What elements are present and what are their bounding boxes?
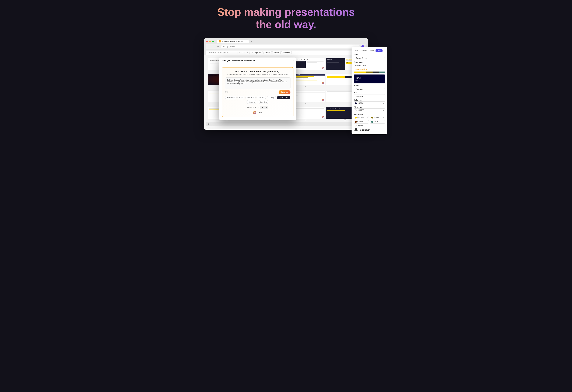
toolbar-search[interactable] <box>208 51 238 54</box>
slide-num-label-15: 15 <box>305 119 306 121</box>
design-panel: Insert Rewrite Remix Design Theme Midnig… <box>351 47 387 134</box>
tag-boarddeck[interactable]: Board deck <box>225 96 237 99</box>
brand-color-value-1: #FFD700 <box>357 117 364 118</box>
generate-ai-label: Generate with AI <box>355 68 367 70</box>
presentation-textarea[interactable]: Build a slide deck for an online course … <box>225 78 290 89</box>
cs-yellow <box>354 71 366 73</box>
heading-font-label: Heading <box>354 85 385 87</box>
generate-button[interactable]: Generate <box>279 90 290 94</box>
modal-inner-border: What kind of presentation are you making… <box>222 67 293 117</box>
hero-line2: the old way. <box>256 18 316 30</box>
tag-education[interactable]: Education <box>247 100 257 104</box>
new-tab-btn[interactable]: + <box>251 40 252 43</box>
slide-num-ops: 12 <box>305 102 306 104</box>
plus-badge-ops: + <box>322 99 324 101</box>
body-font-select[interactable]: Inconsolata <box>354 94 385 98</box>
tag-onlinecourse[interactable]: Online Course <box>277 96 290 99</box>
toolbar-add-btn[interactable]: +▾ <box>238 51 241 54</box>
tab-insert[interactable]: Insert <box>354 49 360 52</box>
generate-ai-btn[interactable]: ✦ Generate with AI <box>354 68 385 70</box>
slides-bottom-controls: ⊞ − 🔍 + <box>206 122 366 126</box>
grid-view-icon[interactable]: ⊞ <box>208 123 209 125</box>
slide-num-cbi: 8 <box>305 85 306 87</box>
plus-brand: Plus <box>257 111 262 114</box>
cs-teal <box>379 71 385 73</box>
brand-color-3[interactable]: #733000 ▾ <box>354 120 369 124</box>
tag-deepdive[interactable]: Deep Dive <box>258 100 269 104</box>
color-strip <box>354 71 385 73</box>
maximize-dot[interactable] <box>212 41 214 42</box>
primary-text-swatch <box>355 109 357 111</box>
primary-text-chevron: ▾ <box>383 109 384 111</box>
logo-text: logoipsum <box>360 129 370 131</box>
refresh-btn[interactable]: ↻ <box>217 45 220 48</box>
tab-design[interactable]: Design <box>376 49 382 52</box>
brand-color-2[interactable]: #877207 ▾ <box>370 116 385 119</box>
primary-text-picker[interactable]: #FFFFFF ▾ <box>354 109 385 112</box>
background-btn[interactable]: Background <box>251 51 263 54</box>
forward-btn[interactable]: → <box>212 45 215 48</box>
theme-select[interactable]: Midnight Cowboy <box>354 56 385 60</box>
theme-btn[interactable]: Theme <box>272 51 281 54</box>
layout-btn[interactable]: Layout <box>264 51 272 54</box>
transition-btn[interactable]: Transition <box>281 51 292 54</box>
primary-text-color-value: #FFFFFF <box>358 109 364 111</box>
toolbar-row: +▾ ↩ ↪ 🖨 Background Layout Theme Transit… <box>206 50 366 55</box>
background-label: Background <box>354 99 385 101</box>
brand-swatch-1 <box>355 117 357 119</box>
modal-body: What kind of presentation are you making… <box>219 64 296 120</box>
tag-webinar[interactable]: Webinar <box>256 96 266 99</box>
tab-remix[interactable]: Remix <box>368 49 375 52</box>
theme-name-label: Theme Name <box>354 61 385 63</box>
toolbar-redo[interactable]: ↪ <box>244 52 246 53</box>
modal-title: Build your presentation with Plus AI <box>222 60 255 62</box>
back-btn[interactable]: ← <box>208 45 211 48</box>
background-color-value: #000033 <box>358 102 364 104</box>
brand-color-1[interactable]: #FFD700 ▾ <box>354 116 369 119</box>
brand-color-4[interactable]: #458377 ▾ <box>370 120 385 124</box>
modal-logo-area: ⊕ Plus <box>225 111 290 114</box>
hero-section: Stop making presentations the old way. <box>217 6 355 31</box>
theme-label: Theme <box>354 54 385 55</box>
background-swatch <box>355 102 357 104</box>
hero-line1: Stop making presentations <box>217 6 355 18</box>
logo-icon <box>354 128 358 132</box>
slide-num-label-4: 4 <box>345 68 345 69</box>
modal-close-btn[interactable]: × <box>292 60 294 62</box>
browser-nav: ← → ↻ docs.google.com <box>206 44 366 49</box>
plus-badge-15: + <box>322 116 324 118</box>
tag-allhands[interactable]: All Hands <box>245 96 256 99</box>
tag-training[interactable]: Training <box>267 96 276 99</box>
browser-tab[interactable]: Plus AI for Google Slides - Go... × <box>217 40 249 43</box>
slides-count-select[interactable]: 10 ▾ <box>260 106 268 109</box>
plus-badge-cbi: + <box>322 82 324 84</box>
address-bar[interactable]: docs.google.com <box>221 45 360 48</box>
brand-color-value-3: #733000 <box>357 121 363 123</box>
brand-color-value-2: #877207 <box>374 117 379 118</box>
menu-search-input[interactable] <box>208 51 238 54</box>
close-dot[interactable] <box>206 41 208 42</box>
modal-question: What kind of presentation are you making… <box>225 70 290 73</box>
body-preview-text: Body <box>355 80 383 81</box>
body-font-label: Body <box>354 92 385 94</box>
tag-qbr[interactable]: QBR <box>238 96 245 99</box>
toolbar-print[interactable]: 🖨 <box>246 52 248 53</box>
plus-badge-3: + <box>322 66 324 69</box>
modal-header: Build your presentation with Plus AI × <box>219 58 296 64</box>
tab-rewrite[interactable]: Rewrite <box>360 49 368 52</box>
slides-count-label: Number of slides <box>247 107 258 108</box>
tab-close-btn[interactable]: × <box>246 41 247 42</box>
minimize-dot[interactable] <box>209 41 211 42</box>
svg-rect-0 <box>355 129 357 130</box>
brand-swatch-4 <box>371 121 373 123</box>
build-presentation-modal: Build your presentation with Plus AI × W… <box>219 58 296 120</box>
char-count: 4812 <box>225 91 228 93</box>
modal-subtitle: Type a concise description of your prese… <box>225 74 290 75</box>
theme-name-input[interactable] <box>354 64 385 67</box>
title-preview: Title Body <box>354 75 385 83</box>
toolbar-undo[interactable]: ↩ <box>241 52 243 53</box>
cs-dark <box>373 71 379 73</box>
heading-font-select[interactable]: Proza Libre <box>354 87 385 91</box>
background-color-picker[interactable]: #000033 ▾ <box>354 101 385 105</box>
textarea-footer: 4812 Generate <box>225 90 290 94</box>
